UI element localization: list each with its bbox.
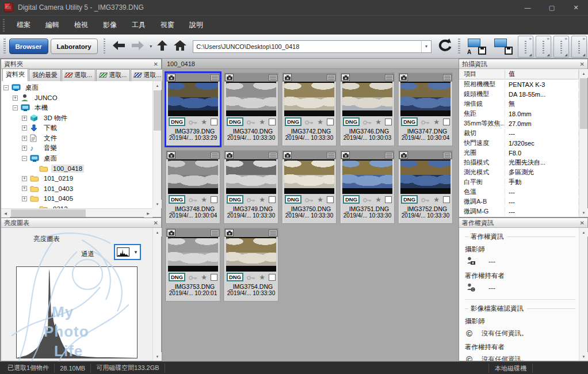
corner-arrow-icon[interactable]: ◢ bbox=[529, 52, 532, 56]
tab-select-blue[interactable]: 選取... bbox=[131, 69, 165, 81]
refresh-icon[interactable] bbox=[437, 39, 452, 55]
close-button[interactable]: ✕ bbox=[564, 0, 588, 15]
thumbnail-image[interactable] bbox=[226, 82, 276, 116]
close-icon[interactable]: ✕ bbox=[580, 220, 585, 226]
star-icon[interactable]: ★ bbox=[317, 119, 323, 125]
column-value[interactable]: 值 bbox=[505, 70, 579, 78]
tree-item[interactable]: + 文件 bbox=[22, 133, 152, 144]
tab-select-red[interactable]: 選取... bbox=[62, 69, 96, 81]
thumbnail-image[interactable] bbox=[342, 82, 392, 116]
menu-file[interactable]: 檔案 bbox=[9, 17, 38, 33]
thumbnail-card-selected[interactable]: DNG ★ _IMG3739.DNG 2019/4/... 10:33:29 bbox=[166, 72, 220, 146]
thumbnail-image[interactable] bbox=[284, 159, 334, 194]
collapse-icon[interactable]: − bbox=[13, 105, 18, 110]
scroll-down-icon[interactable]: ▼ bbox=[579, 208, 588, 217]
stack-icon[interactable] bbox=[211, 152, 219, 159]
expand-icon[interactable]: + bbox=[22, 116, 27, 121]
stack-icon[interactable] bbox=[327, 152, 335, 159]
laboratory-mode-button[interactable]: Laboratory bbox=[51, 39, 98, 54]
tree-item[interactable]: + 101_0405 bbox=[22, 194, 152, 204]
tree-item-label[interactable]: JUNCO bbox=[33, 94, 59, 102]
thumbnail-card[interactable]: DNG ★ _IMG3747.DNG 2019/4/... 10:30:04 bbox=[398, 72, 453, 146]
tab-folders[interactable]: 資料夾 bbox=[2, 68, 28, 81]
expand-icon[interactable]: + bbox=[22, 146, 27, 151]
tree-item-label[interactable]: 文件 bbox=[42, 133, 59, 143]
overflow-chevrons-icon[interactable]: » bbox=[583, 36, 585, 41]
thumbnail-image[interactable] bbox=[168, 237, 218, 272]
tree-item[interactable]: 0312 bbox=[31, 204, 152, 208]
menu-image[interactable]: 影像 bbox=[96, 17, 124, 33]
scroll-up-icon[interactable]: ▲ bbox=[579, 69, 588, 78]
select-checkbox[interactable] bbox=[211, 196, 217, 203]
star-icon[interactable]: ★ bbox=[433, 119, 440, 125]
thumbnail-card[interactable]: DNG ★ _IMG3750.DNG 2019/4/... 10:33:30 bbox=[282, 150, 337, 224]
tree-item[interactable]: − 桌面 bbox=[22, 154, 152, 164]
tree-item[interactable]: − 桌面 bbox=[3, 83, 152, 93]
thumbnail-card[interactable]: DNG ★ _IMG3742.DNG 2019/4/... 10:33:30 bbox=[282, 72, 337, 146]
menu-window[interactable]: 視窗 bbox=[153, 17, 182, 33]
star-icon[interactable]: ★ bbox=[317, 196, 323, 203]
corner-arrow-icon[interactable]: ◢ bbox=[564, 52, 567, 56]
star-icon[interactable]: ★ bbox=[201, 119, 207, 125]
collapse-icon[interactable]: − bbox=[22, 156, 27, 161]
thumbnail-image[interactable] bbox=[168, 82, 218, 116]
thumbnail-card[interactable]: DNG ★ _IMG3751.DNG 2019/4/... 10:33:30 bbox=[340, 150, 395, 224]
select-checkbox[interactable] bbox=[443, 119, 450, 125]
stack-icon[interactable] bbox=[269, 230, 277, 236]
tree-item[interactable]: + JUNCO bbox=[13, 93, 152, 104]
expand-icon[interactable]: + bbox=[22, 125, 27, 131]
tree-horizontal-scrollbar[interactable]: ◀ ▶ bbox=[1, 208, 152, 217]
browser-mode-button[interactable]: Browser bbox=[9, 39, 48, 54]
select-checkbox[interactable] bbox=[211, 119, 217, 125]
forward-icon[interactable] bbox=[131, 40, 146, 54]
stack-icon[interactable] bbox=[443, 152, 452, 159]
stack-icon[interactable] bbox=[327, 74, 335, 81]
tree-item-label[interactable]: 101_0403 bbox=[42, 185, 75, 193]
tree-item[interactable]: + 3D 物件 bbox=[22, 113, 152, 124]
tree-item-label[interactable]: 101_0219 bbox=[42, 174, 75, 182]
collapsed-toolbar-segment[interactable]: » ◢ bbox=[518, 36, 533, 58]
scroll-up-icon[interactable]: ▲ bbox=[153, 81, 162, 90]
corner-arrow-icon[interactable]: ◢ bbox=[582, 52, 585, 56]
collapse-icon[interactable]: − bbox=[3, 85, 9, 90]
copyright-scrollbar[interactable]: ▲ ▼ bbox=[579, 228, 587, 361]
select-checkbox[interactable] bbox=[269, 119, 276, 125]
thumbnail-card[interactable]: DNG ★ _IMG3753.DNG 2019/4/... 10:20:01 bbox=[166, 228, 220, 302]
scroll-down-icon[interactable]: ▼ bbox=[153, 352, 162, 361]
scroll-right-icon[interactable]: ▶ bbox=[144, 209, 152, 217]
back-icon[interactable] bbox=[111, 40, 126, 54]
path-dropdown-icon[interactable]: ▾ bbox=[421, 41, 431, 52]
tree-vertical-scrollbar[interactable]: ▲ ▼ bbox=[152, 81, 161, 208]
select-checkbox[interactable] bbox=[443, 196, 450, 203]
thumbnail-card[interactable]: DNG ★ _IMG3754.DNG 2019/4/... 10:33:30 bbox=[224, 228, 278, 302]
select-checkbox[interactable] bbox=[327, 119, 334, 125]
thumbnail-image[interactable] bbox=[342, 159, 392, 194]
tree-item-label[interactable]: 101_0405 bbox=[42, 194, 75, 203]
star-icon[interactable]: ★ bbox=[201, 196, 207, 203]
home-icon[interactable] bbox=[173, 40, 187, 54]
star-icon[interactable]: ★ bbox=[433, 196, 440, 203]
thumbnail-image[interactable] bbox=[400, 159, 450, 194]
save-button[interactable] bbox=[492, 37, 515, 56]
thumbnail-card[interactable]: DNG ★ _IMG3749.DNG 2019/4/... 10:33:30 bbox=[224, 150, 278, 224]
minimize-button[interactable]: — bbox=[516, 0, 540, 15]
scroll-left-icon[interactable]: ◀ bbox=[1, 209, 10, 217]
expand-icon[interactable]: + bbox=[13, 96, 18, 101]
thumbnail-image[interactable] bbox=[226, 237, 276, 272]
collapsed-toolbar-segment[interactable]: » ◢ bbox=[553, 36, 569, 58]
collapsed-toolbar-segment[interactable]: » ◢ bbox=[536, 36, 551, 58]
scrollbar-thumb[interactable] bbox=[580, 78, 587, 129]
info-scrollbar[interactable]: ▲ ▼ bbox=[579, 69, 587, 217]
star-icon[interactable]: ★ bbox=[259, 119, 265, 125]
stack-icon[interactable] bbox=[211, 230, 219, 236]
maximize-button[interactable]: ▢ bbox=[540, 0, 564, 15]
info-table-header[interactable]: 項目 值 bbox=[459, 69, 579, 79]
thumbnail-card[interactable]: DNG ★ _IMG3752.DNG 2019/4/... 10:33:30 bbox=[398, 150, 453, 224]
thumbnail-image[interactable] bbox=[168, 159, 218, 194]
channel-dropdown[interactable]: ▼ bbox=[114, 244, 141, 260]
thumbnail-card[interactable]: DNG ★ _IMG3746.DNG 2019/4/... 10:30:03 bbox=[340, 72, 395, 146]
select-checkbox[interactable] bbox=[327, 196, 334, 203]
expand-icon[interactable]: + bbox=[22, 136, 27, 141]
tree-item-label[interactable]: 桌面 bbox=[42, 154, 59, 163]
star-icon[interactable]: ★ bbox=[375, 119, 381, 125]
